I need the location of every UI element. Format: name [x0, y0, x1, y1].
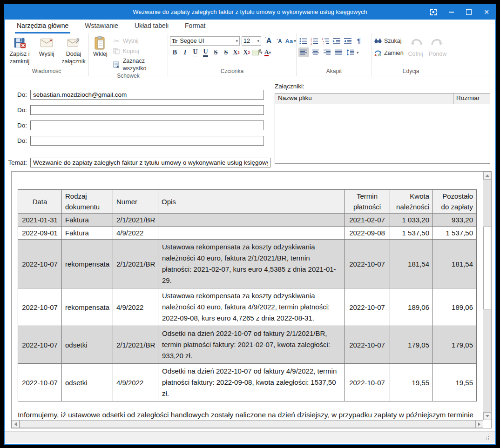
copy-label: Kopiuj [123, 47, 139, 55]
justify-button[interactable] [333, 47, 344, 57]
table-row: 2022-10-07odsetki2/1/2021/BROdsetki na d… [18, 326, 477, 364]
line-spacing-button[interactable] [345, 47, 356, 57]
table-cell: 2/1/2021/BR [113, 240, 158, 288]
horizontal-scrollbar-thumb[interactable] [20, 420, 475, 428]
attachments-panel[interactable]: Nazwa pliku Rozmiar [275, 93, 490, 164]
font-name-value: Segoe UI [180, 38, 204, 44]
double-strikethrough-button[interactable]: S [221, 47, 231, 57]
tab-table-layout[interactable]: Układ tabeli [133, 20, 170, 33]
focus-mode-button[interactable] [425, 5, 442, 20]
to-field-3[interactable] [30, 120, 264, 130]
save-and-close-button[interactable]: Zapisz i zamknij [7, 35, 33, 65]
paste-button[interactable]: Wklej [91, 35, 110, 58]
horizontal-scrollbar[interactable] [12, 420, 483, 428]
send-button[interactable]: Wyślij [34, 35, 60, 58]
chevron-down-icon: ▾ [357, 50, 359, 55]
change-case-button[interactable]: Aa▾ [285, 38, 296, 45]
ribbon: Zapisz i zamknij Wyślij Dodaj załącznik … [5, 33, 495, 76]
font-color-button[interactable]: A▾ [263, 47, 273, 57]
font-size-select[interactable]: 12 ▾ [242, 36, 261, 46]
close-button[interactable]: ✕ [478, 5, 495, 20]
shrink-font-button[interactable]: ˆA [275, 37, 283, 45]
pilcrow-button[interactable]: ¶ [354, 36, 364, 46]
double-underline-button[interactable]: U [201, 47, 210, 57]
close-icon: ✕ [484, 8, 489, 16]
ribbon-group-font: Tr Segoe UI ▾ 12 ▾ ˆA ˆA Aa▾ B [168, 33, 297, 76]
align-right-button[interactable] [322, 47, 332, 57]
table-cell: 1 033,20 [390, 214, 433, 227]
grow-font-button[interactable]: ˆA [263, 37, 273, 45]
increase-indent-button[interactable] [343, 36, 352, 46]
table-cell: Faktura [62, 214, 113, 227]
table-cell: 181,54 [390, 240, 433, 288]
binoculars-icon [374, 37, 382, 45]
multilevel-list-button[interactable]: 1ai [321, 36, 330, 46]
italic-button[interactable]: I [180, 47, 190, 57]
column-header: Pozostało do zapłaty [433, 190, 477, 214]
scroll-left-button[interactable] [12, 420, 20, 428]
tab-format[interactable]: Format [183, 20, 207, 33]
bold-button[interactable]: B [170, 47, 180, 57]
ribbon-group-message: Zapisz i zamknij Wyślij Dodaj załącznik … [5, 33, 89, 76]
to-field-1[interactable] [30, 90, 264, 100]
group-label-message: Wiadomość [7, 67, 87, 76]
column-header: Numer [113, 190, 158, 214]
table-cell: rekompensata [62, 288, 113, 326]
numbered-list-button[interactable]: 123 [310, 36, 319, 46]
column-header: Termin płatności [345, 190, 390, 214]
status-bar [5, 431, 495, 443]
tab-home[interactable]: Narzędzia główne [15, 20, 70, 33]
ribbon-group-clipboard: Wklej ✂ Wytnij Kopiuj [89, 33, 168, 76]
to-label-3: Do: [6, 122, 27, 129]
bullet-list-button[interactable] [298, 36, 308, 46]
table-cell: odsetki [62, 364, 113, 401]
screenshot-root: { "window": { "title": "Wezwanie do zapł… [0, 0, 500, 448]
group-label-clipboard: Schowek [91, 72, 166, 80]
tab-insert[interactable]: Wstawianie [83, 20, 120, 33]
find-button[interactable]: Szukaj [374, 37, 404, 45]
font-name-select[interactable]: Tr Segoe UI ▾ [170, 36, 240, 46]
decrease-indent-button[interactable] [332, 36, 341, 46]
email-body-editor[interactable]: DataRodzaj dokumentuNumerOpisTermin płat… [11, 171, 492, 428]
underline-button[interactable]: U [190, 47, 200, 57]
maximize-button[interactable] [460, 5, 478, 20]
attachments-label: Załączniki: [275, 83, 304, 90]
select-all-button[interactable]: Zaznacz wszystko [113, 57, 166, 72]
strikethrough-button[interactable]: S [211, 47, 221, 57]
attachments-column-size[interactable]: Rozmiar [453, 94, 490, 104]
resize-grip[interactable] [483, 434, 490, 440]
subject-field[interactable] [30, 158, 270, 167]
replace-button[interactable]: AB Zamień [374, 49, 404, 57]
align-left-button[interactable] [298, 47, 309, 57]
minimize-button[interactable] [442, 5, 460, 20]
add-attachment-button[interactable]: Dodaj załącznik [61, 35, 87, 65]
vertical-scrollbar[interactable] [483, 172, 491, 420]
scroll-up-button[interactable] [483, 172, 491, 180]
subscript-button[interactable]: X2 [231, 47, 241, 57]
paste-icon [93, 36, 107, 50]
scroll-down-button[interactable] [483, 412, 491, 420]
superscript-button[interactable]: X2 [242, 47, 251, 57]
scroll-right-button[interactable] [475, 420, 483, 428]
to-field-2[interactable] [30, 105, 264, 115]
to-field-4[interactable] [30, 136, 264, 146]
table-cell: 2022-10-07 [345, 240, 390, 288]
table-cell: Ustawowa rekompensata za koszty odzyskiw… [158, 240, 345, 288]
svg-text:i: i [324, 42, 324, 45]
ribbon-group-editing: Szukaj AB Zamień Cofnij [372, 33, 450, 76]
table-cell: 2022-09-01 [18, 227, 62, 240]
window-controls: ✕ [425, 5, 495, 20]
replace-icon: AB [374, 49, 382, 57]
undo-icon [409, 36, 423, 50]
attachments-column-filename[interactable]: Nazwa pliku [275, 94, 453, 104]
cut-label: Wytnij [123, 37, 139, 45]
table-row: 2022-10-07rekompensata4/9/2022Ustawowa r… [18, 288, 477, 326]
document-table: DataRodzaj dokumentuNumerOpisTermin płat… [18, 189, 477, 401]
copy-icon [113, 47, 121, 55]
highlight-button[interactable]: ▾ [252, 47, 263, 57]
table-cell: 1 537,50 [390, 227, 433, 240]
svg-text:B: B [378, 53, 381, 56]
table-cell: Faktura [62, 227, 113, 240]
vertical-scrollbar-thumb[interactable] [483, 227, 491, 309]
align-center-button[interactable] [310, 47, 321, 57]
